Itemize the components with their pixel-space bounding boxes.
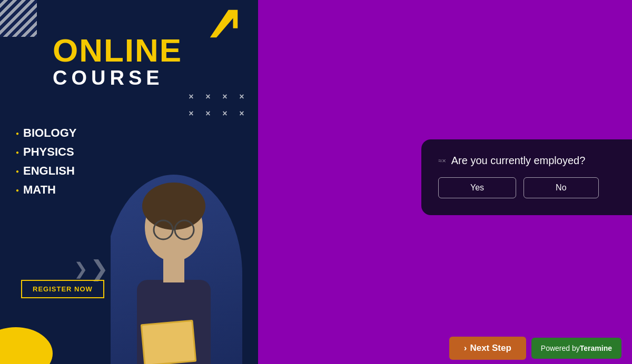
- subject-biology: ● BIOLOGY: [16, 126, 77, 140]
- popup-question-text: ≈× Are you currently employed?: [438, 155, 585, 167]
- filter-icon: ≈×: [438, 157, 446, 165]
- x-pattern-decoration: × × × × × × × ×: [185, 92, 248, 120]
- no-button[interactable]: No: [524, 177, 598, 198]
- popup-buttons: Yes No: [438, 177, 632, 198]
- title-course: COURSE: [53, 67, 182, 89]
- svg-rect-6: [142, 321, 195, 364]
- svg-point-0: [0, 327, 53, 364]
- yellow-blob-decoration: [0, 311, 63, 364]
- person-circle-bg: [111, 175, 242, 364]
- bullet-icon: ●: [16, 149, 19, 155]
- next-step-button[interactable]: › Next Step: [449, 337, 526, 360]
- svg-point-2: [142, 183, 205, 230]
- register-now-button[interactable]: REGISTER NOW: [21, 280, 104, 298]
- person-image: [111, 138, 258, 364]
- subject-physics: ● PHYSICS: [16, 145, 77, 159]
- title-online: ONLINE: [53, 34, 182, 67]
- chevron-icon: ❯: [74, 260, 88, 277]
- yes-button[interactable]: Yes: [438, 177, 516, 198]
- subjects-list: ● BIOLOGY ● PHYSICS ● ENGLISH ● MATH: [16, 126, 77, 202]
- chevron-icon: ❯: [90, 258, 108, 280]
- right-panel: ≈× Are you currently employed? i Yes No …: [258, 0, 632, 364]
- stripe-decoration: [0, 0, 37, 37]
- next-step-label: Next Step: [470, 343, 511, 353]
- bullet-icon: ●: [16, 168, 19, 174]
- powered-by-prefix: Powered by: [541, 344, 580, 352]
- yellow-arrow-icon: [205, 5, 242, 42]
- left-panel: ONLINE COURSE × × × × × × × × ● BIOLOGY …: [0, 0, 258, 364]
- bullet-icon: ●: [16, 130, 19, 136]
- popup-question-row: ≈× Are you currently employed? i: [438, 154, 632, 167]
- powered-by-brand: Teramine: [580, 344, 612, 352]
- next-step-chevron: ›: [464, 343, 467, 353]
- subject-math: ● MATH: [16, 183, 77, 197]
- powered-by-badge: Powered by Teramine: [531, 338, 621, 359]
- subject-english: ● ENGLISH: [16, 164, 77, 178]
- title-container: ONLINE COURSE: [53, 34, 182, 89]
- bottom-bar: › Next Step Powered by Teramine: [258, 332, 632, 364]
- svg-rect-4: [163, 256, 184, 282]
- popup-card: ≈× Are you currently employed? i Yes No: [421, 139, 632, 215]
- bullet-icon: ●: [16, 187, 19, 193]
